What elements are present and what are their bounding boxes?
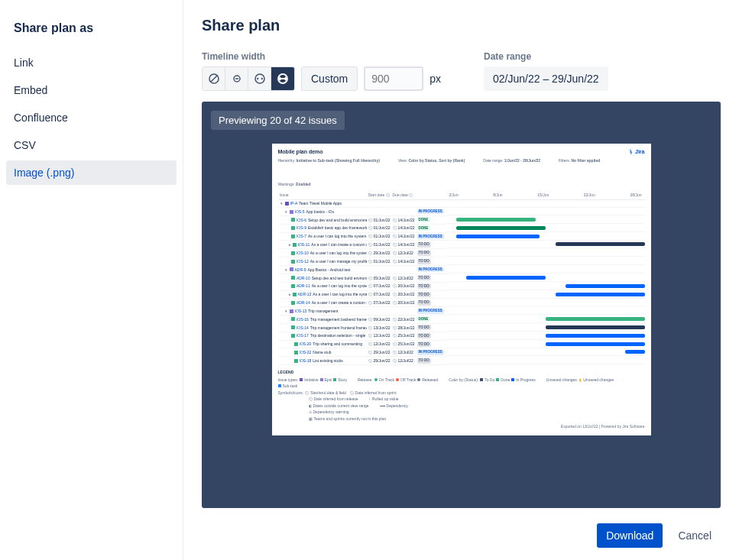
cancel-button[interactable]: Cancel bbox=[669, 523, 721, 548]
preview-row-summary: IOS-7 As a user I can log into the syste… bbox=[278, 233, 367, 241]
download-button[interactable]: Download bbox=[597, 523, 663, 548]
col-timeline: 2/Jun8/Jun15/Jun22/Jun28/Jun bbox=[446, 191, 645, 200]
timeline-width-label: Timeline width bbox=[202, 51, 441, 62]
col-end: Due date ⓘ bbox=[391, 191, 416, 200]
width-mode-segment bbox=[202, 66, 295, 91]
preview-row-summary: IOS-9 Establish basic app dev framework bbox=[278, 225, 367, 233]
sidebar: Share plan as Link Embed Confluence CSV … bbox=[0, 0, 183, 560]
sidebar-item-image[interactable]: Image (.png) bbox=[6, 160, 177, 185]
date-range-picker[interactable]: 02/Jun/22 – 29/Jun/22 bbox=[484, 66, 608, 91]
preview-row-summary: IOS-12 As a user I can manage my profile bbox=[278, 257, 367, 266]
col-issue: Issue bbox=[278, 191, 367, 200]
date-range-label: Date range bbox=[484, 51, 608, 62]
width-small-icon[interactable] bbox=[225, 67, 248, 90]
main-panel: Share plan Timeline width bbox=[183, 0, 739, 560]
preview-row-summary: IOS-22 Name stub bbox=[278, 348, 367, 357]
svg-point-3 bbox=[255, 74, 264, 83]
sidebar-item-link[interactable]: Link bbox=[6, 50, 177, 75]
width-custom-button[interactable]: Custom bbox=[301, 66, 358, 91]
width-auto-icon[interactable] bbox=[203, 67, 225, 90]
dialog-actions: Download Cancel bbox=[202, 508, 721, 548]
svg-line-1 bbox=[211, 76, 217, 82]
preview-row-summary: ADR-11 As a user I can log into the syst… bbox=[278, 283, 367, 291]
sidebar-item-embed[interactable]: Embed bbox=[6, 78, 177, 102]
date-range-group: Date range 02/Jun/22 – 29/Jun/22 bbox=[484, 51, 608, 91]
preview-row-summary: ▾IOS-5 App basics - iOs bbox=[278, 208, 367, 216]
preview-row-summary: IOS-17 Trip destination selection - sing… bbox=[278, 332, 367, 341]
preview-count-badge: Previewing 20 of 42 issues bbox=[211, 111, 345, 130]
jira-logo: Jira bbox=[628, 148, 644, 155]
preview-row-summary: ADR-14 As a user I can create a custom u… bbox=[278, 299, 367, 307]
preview-image: Mobile plan demo Jira Hierarchy: Initiat… bbox=[272, 144, 651, 435]
preview-row-summary: IOS-10 As a user I can log into the syst… bbox=[278, 249, 367, 257]
timeline-width-group: Timeline width bbox=[202, 51, 441, 91]
preview-plan-title: Mobile plan demo bbox=[278, 148, 323, 155]
preview-row-summary: IOS-14 Trip management frontend framewor… bbox=[278, 324, 367, 332]
col-status bbox=[416, 191, 446, 200]
preview-row-summary: ADR-10 Setup dev and test build environm… bbox=[278, 274, 367, 283]
col-start: Start date ⓘ bbox=[367, 191, 391, 200]
sidebar-title: Share plan as bbox=[6, 15, 177, 50]
preview-legend: LEGEND Issue types: Initiative Epic Stor… bbox=[278, 370, 645, 421]
preview-row-summary: ▾IOS-13 Trip management bbox=[278, 307, 367, 316]
preview-row-summary: IOS-16 Trip management backend framework bbox=[278, 316, 367, 324]
preview-footer: Exported on 13/Jul/22 | Powered by Jira … bbox=[278, 424, 645, 429]
preview-panel: Previewing 20 of 42 issues Mobile plan d… bbox=[202, 102, 721, 508]
preview-row-summary: IOS-20 Trip sharing and commenting bbox=[278, 341, 367, 349]
preview-row-summary: ▾ADR-9 App Basics - Android test bbox=[278, 266, 367, 274]
preview-row-summary: IOS-6 Setup dev and end build environmen… bbox=[278, 216, 367, 225]
width-medium-icon[interactable] bbox=[248, 67, 271, 90]
preview-row-summary: ▾IP-A Team Travel Mobile Apps bbox=[278, 200, 367, 209]
px-label: px bbox=[429, 73, 441, 85]
preview-row-summary: IOS-18 List existing stubs bbox=[278, 357, 367, 365]
width-large-icon[interactable] bbox=[271, 67, 294, 90]
preview-row-summary: ▸IOS-11 As a user I can create a custom … bbox=[278, 241, 367, 249]
page-title: Share plan bbox=[202, 17, 721, 34]
width-input[interactable] bbox=[364, 66, 423, 91]
sidebar-item-confluence[interactable]: Confluence bbox=[6, 105, 177, 130]
preview-row-summary: ▸ADR-13 As a user I can log into the sys… bbox=[278, 291, 367, 299]
sidebar-item-csv[interactable]: CSV bbox=[6, 133, 177, 157]
